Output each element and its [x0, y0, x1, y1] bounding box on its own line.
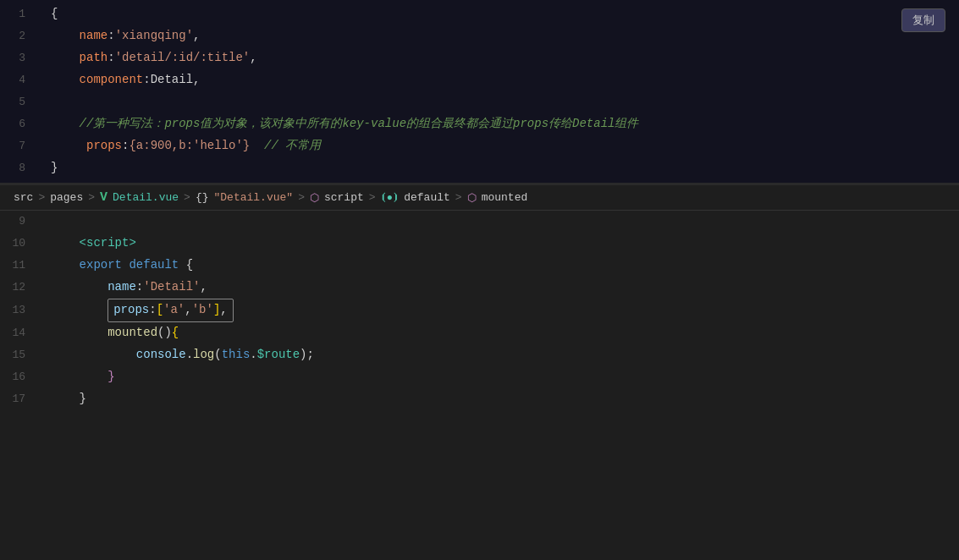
breadcrumb-pages: pages	[50, 191, 83, 204]
line-number: 16	[0, 368, 42, 387]
line-number: 13	[0, 301, 42, 320]
line-number: 3	[0, 49, 42, 68]
table-row: 6 //第一种写法：props值为对象，该对象中所有的key-value的组合最…	[0, 113, 959, 135]
line-number: 12	[0, 278, 42, 297]
line-number: 15	[0, 346, 42, 365]
table-row: 10 <script>	[0, 233, 959, 255]
table-row: 15 console.log(this.$route);	[0, 344, 959, 366]
table-row: 5	[0, 91, 959, 113]
bottom-code-block: 910 <script>11 export default {12 name:'…	[0, 211, 959, 410]
table-row: 11 export default {	[0, 255, 959, 277]
table-row: 13 props:['a','b'],	[0, 299, 959, 322]
line-content: props:{a:900,b:'hello'} // 不常用	[42, 136, 321, 156]
line-content: }	[42, 158, 58, 178]
breadcrumb-mounted: mounted	[482, 191, 528, 204]
table-row: 1{	[0, 3, 959, 25]
breadcrumb-brace: {}	[196, 191, 209, 204]
table-row: 17 }	[0, 388, 959, 410]
breadcrumb-bar: src > pages > V Detail.vue > {} "Detail.…	[0, 185, 959, 211]
breadcrumb-default: default	[404, 191, 450, 204]
props-box: props:['a','b'],	[107, 299, 233, 322]
line-number: 14	[0, 324, 42, 343]
bottom-code-panel: 910 <script>11 export default {12 name:'…	[0, 211, 959, 410]
breadcrumb-sep-6: >	[455, 191, 462, 204]
line-content: mounted(){	[42, 323, 179, 343]
line-number: 11	[0, 256, 42, 275]
table-row: 4 component:Detail,	[0, 69, 959, 91]
breadcrumb-detail-vue-str: "Detail.vue"	[214, 191, 294, 204]
table-row: 14 mounted(){	[0, 322, 959, 344]
line-content: export default {	[42, 255, 193, 276]
line-content: name:'Detail',	[42, 277, 207, 298]
mounted-cube-icon: ⬡	[467, 191, 477, 205]
table-row: 8}	[0, 157, 959, 179]
line-content: console.log(this.$route);	[42, 345, 314, 365]
line-content: }	[42, 367, 115, 387]
table-row: 16 }	[0, 366, 959, 388]
line-number: 8	[0, 159, 42, 178]
breadcrumb-sep-1: >	[38, 191, 45, 204]
line-number: 10	[0, 234, 42, 253]
top-code-panel: 复制 1{2 name:'xiangqing',3 path:'detail/:…	[0, 0, 959, 185]
line-number: 5	[0, 93, 42, 112]
breadcrumb-sep-3: >	[184, 191, 190, 204]
cube-icon: ⬡	[310, 191, 319, 205]
table-row: 3 path:'detail/:id/:title',	[0, 47, 959, 69]
breadcrumb-src: src	[14, 191, 33, 204]
line-content: props:['a','b'],	[42, 299, 235, 322]
table-row: 2 name:'xiangqing',	[0, 25, 959, 47]
line-content: <script>	[42, 233, 136, 254]
breadcrumb-script: script	[324, 191, 364, 204]
line-content: //第一种写法：props值为对象，该对象中所有的key-value的组合最终都…	[42, 114, 638, 135]
line-content: component:Detail,	[42, 70, 200, 91]
copy-button[interactable]: 复制	[901, 8, 945, 32]
line-number: 9	[0, 212, 42, 231]
breadcrumb-detail-vue: Detail.vue	[113, 191, 179, 204]
line-content: path:'detail/:id/:title',	[42, 48, 257, 69]
line-content: {	[42, 4, 58, 25]
table-row: 7 props:{a:900,b:'hello'} // 不常用	[0, 135, 959, 157]
line-number: 17	[0, 390, 42, 409]
vue-icon: V	[100, 190, 107, 205]
breadcrumb-sep-4: >	[298, 191, 305, 204]
top-code-block: 1{2 name:'xiangqing',3 path:'detail/:id/…	[0, 3, 959, 179]
line-number: 2	[0, 27, 42, 46]
line-number: 6	[0, 115, 42, 134]
table-row: 9	[0, 211, 959, 233]
line-number: 4	[0, 71, 42, 90]
breadcrumb-sep-2: >	[88, 191, 95, 204]
line-number: 7	[0, 137, 42, 156]
line-content: name:'xiangqing',	[42, 26, 200, 47]
line-content: }	[42, 389, 86, 409]
bracket-icon: ⦗●⦘	[381, 191, 400, 204]
breadcrumb-sep-5: >	[369, 191, 376, 204]
table-row: 12 name:'Detail',	[0, 277, 959, 299]
line-number: 1	[0, 5, 42, 24]
